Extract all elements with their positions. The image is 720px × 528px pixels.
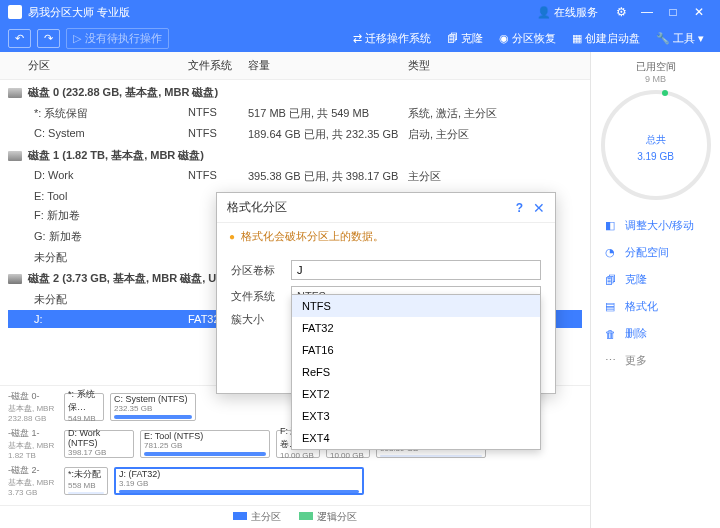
filesystem-option[interactable]: FAT32 — [292, 317, 540, 339]
col-filesystem: 文件系统 — [188, 58, 248, 73]
operation-item[interactable]: 🗐克隆 — [599, 266, 712, 293]
used-space-label: 已用空间 — [599, 60, 712, 74]
col-partition: 分区 — [8, 58, 188, 73]
close-button[interactable]: ✕ — [686, 5, 712, 19]
operation-item[interactable]: ▤格式化 — [599, 293, 712, 320]
dialog-warning: 格式化会破坏分区上的数据。 — [217, 223, 555, 250]
operation-item[interactable]: 🗑删除 — [599, 320, 712, 347]
disk-icon — [8, 88, 22, 98]
partition-segment[interactable]: J: (FAT32)3.19 GB — [114, 467, 364, 495]
undo-button[interactable]: ↶ — [8, 29, 31, 48]
operations-list: ◧调整大小/移动◔分配空间🗐克隆▤格式化🗑删除⋯更多 — [599, 212, 712, 374]
op-icon: ⋯ — [603, 354, 617, 367]
label-filesystem: 文件系统 — [231, 289, 291, 304]
toolbar: ↶ ↷ ▷ 没有待执行操作 ⇄ 迁移操作系统 🗐 克隆 ◉ 分区恢复 ▦ 创建启… — [0, 24, 720, 52]
filesystem-option[interactable]: FAT16 — [292, 339, 540, 361]
col-capacity: 容量 — [248, 58, 408, 73]
label-cluster: 簇大小 — [231, 312, 291, 327]
maximize-button[interactable]: □ — [660, 5, 686, 19]
filesystem-option[interactable]: EXT2 — [292, 383, 540, 405]
partition-segment[interactable]: E: Tool (NTFS)781.25 GB — [140, 430, 270, 458]
dialog-title: 格式化分区 — [227, 199, 287, 216]
titlebar: 易我分区大师 专业版 👤 在线服务 ⚙ — □ ✕ — [0, 0, 720, 24]
operation-item[interactable]: ◔分配空间 — [599, 239, 712, 266]
settings-icon[interactable]: ⚙ — [608, 5, 634, 19]
right-panel: 已用空间 9 MB 总共 3.19 GB ◧调整大小/移动◔分配空间🗐克隆▤格式… — [590, 52, 720, 528]
disk-row[interactable]: 磁盘 0 (232.88 GB, 基本盘, MBR 磁盘) — [8, 82, 582, 103]
partition-segment[interactable]: *:未分配558 MB — [64, 467, 108, 495]
op-icon: 🗐 — [603, 274, 617, 286]
op-icon: ◔ — [603, 246, 617, 259]
pending-ops-button[interactable]: ▷ 没有待执行操作 — [66, 28, 169, 49]
filesystem-option[interactable]: NTFS — [292, 295, 540, 317]
filesystem-option[interactable]: ReFS — [292, 361, 540, 383]
migrate-os-button[interactable]: ⇄ 迁移操作系统 — [345, 31, 439, 46]
partition-row[interactable]: *: 系统保留NTFS517 MB 已用, 共 549 MB系统, 激活, 主分… — [8, 103, 582, 124]
format-dialog: 格式化分区 ? ✕ 格式化会破坏分区上的数据。 分区卷标 文件系统 NTFS▾ — [216, 192, 556, 394]
partition-segment[interactable]: D: Work (NTFS)398.17 GB — [64, 430, 134, 458]
label-volume: 分区卷标 — [231, 263, 291, 278]
partition-segment[interactable]: *: 系统保…549 MB — [64, 393, 104, 421]
used-space-value: 9 MB — [599, 74, 712, 84]
disk-icon — [8, 151, 22, 161]
dialog-close-icon[interactable]: ✕ — [533, 200, 545, 216]
operation-item[interactable]: ⋯更多 — [599, 347, 712, 374]
disk-icon — [8, 274, 22, 284]
online-service-link[interactable]: 👤 在线服务 — [537, 5, 598, 20]
app-title: 易我分区大师 专业版 — [28, 5, 130, 20]
op-icon: 🗑 — [603, 328, 617, 340]
app-logo-icon — [8, 5, 22, 19]
op-icon: ▤ — [603, 300, 617, 313]
redo-button[interactable]: ↷ — [37, 29, 60, 48]
filesystem-option[interactable]: EXT3 — [292, 405, 540, 427]
operation-item[interactable]: ◧调整大小/移动 — [599, 212, 712, 239]
recover-button[interactable]: ◉ 分区恢复 — [491, 31, 564, 46]
disk-bar-row: -磁盘 2-基本盘, MBR3.73 GB*:未分配558 MBJ: (FAT3… — [8, 464, 582, 497]
legend: 主分区 逻辑分区 — [0, 505, 590, 528]
col-type: 类型 — [408, 58, 582, 73]
partition-row[interactable]: C: SystemNTFS189.64 GB 已用, 共 232.35 GB启动… — [8, 124, 582, 145]
partition-row[interactable]: D: WorkNTFS395.38 GB 已用, 共 398.17 GB主分区 — [8, 166, 582, 187]
tree-header: 分区 文件系统 容量 类型 — [0, 52, 590, 80]
volume-label-input[interactable] — [291, 260, 541, 280]
filesystem-dropdown: NTFSFAT32FAT16ReFSEXT2EXT3EXT4 — [291, 294, 541, 450]
filesystem-option[interactable]: EXT4 — [292, 427, 540, 449]
minimize-button[interactable]: — — [634, 5, 660, 19]
tools-button[interactable]: 🔧 工具 ▾ — [648, 31, 712, 46]
dialog-help-icon[interactable]: ? — [516, 201, 523, 215]
partition-segment[interactable]: C: System (NTFS)232.35 GB — [110, 393, 196, 421]
clone-button[interactable]: 🗐 克隆 — [439, 31, 491, 46]
bootdisk-button[interactable]: ▦ 创建启动盘 — [564, 31, 648, 46]
disk-row[interactable]: 磁盘 1 (1.82 TB, 基本盘, MBR 磁盘) — [8, 145, 582, 166]
op-icon: ◧ — [603, 219, 617, 232]
usage-gauge: 总共 3.19 GB — [601, 90, 711, 200]
